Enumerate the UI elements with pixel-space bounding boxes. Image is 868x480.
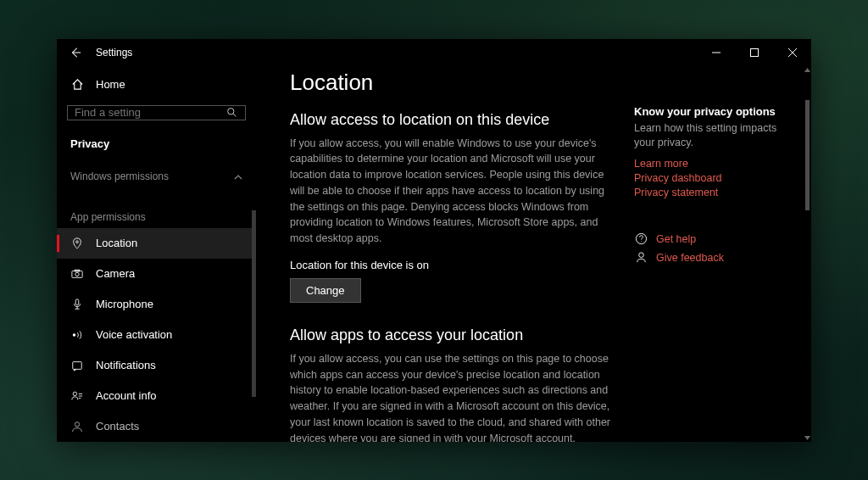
section-allow-apps-body: If you allow access, you can use the set… (290, 351, 617, 442)
settings-window: Settings Home (57, 39, 811, 442)
page-title: Location (290, 70, 617, 96)
account-icon (70, 389, 84, 403)
get-help-label: Get help (656, 233, 696, 245)
sidebar: Home Privacy Windows permissions App per… (57, 66, 256, 442)
svg-point-6 (76, 240, 79, 243)
svg-point-8 (75, 272, 79, 276)
search-input-container[interactable] (67, 105, 246, 120)
sidebar-item-label: Notifications (96, 359, 156, 371)
search-icon (225, 106, 238, 120)
group-label: Windows permissions (70, 170, 169, 182)
chevron-up-icon (234, 172, 242, 181)
voice-icon (70, 328, 84, 342)
change-button[interactable]: Change (290, 278, 361, 303)
svg-rect-1 (750, 48, 758, 56)
location-status: Location for this device is on (290, 259, 617, 271)
svg-rect-10 (75, 299, 79, 304)
window-title: Settings (96, 47, 132, 59)
scroll-up-arrow[interactable] (804, 66, 811, 74)
main-scrollbar[interactable] (804, 66, 811, 442)
section-allow-apps-title: Allow apps to access your location (290, 327, 617, 344)
home-icon (70, 78, 84, 92)
svg-point-13 (73, 392, 76, 395)
give-feedback-label: Give feedback (656, 252, 724, 264)
sidebar-item-label: Microphone (96, 298, 153, 310)
main-pane: Location Allow access to location on thi… (256, 66, 811, 442)
nav-home-label: Home (96, 78, 125, 91)
svg-line-5 (233, 114, 236, 116)
aside-panel: Know your privacy options Learn how this… (634, 66, 804, 442)
contacts-icon (70, 420, 84, 433)
aside-title: Know your privacy options (634, 105, 792, 118)
link-privacy-dashboard[interactable]: Privacy dashboard (634, 172, 792, 184)
group-windows-permissions[interactable]: Windows permissions (57, 157, 256, 187)
link-learn-more[interactable]: Learn more (634, 158, 792, 170)
sidebar-item-camera[interactable]: Camera (57, 259, 256, 289)
svg-point-4 (227, 109, 233, 114)
group-label: App permissions (70, 211, 146, 223)
section-allow-device-title: Allow access to location on this device (290, 111, 617, 129)
sidebar-item-location[interactable]: Location (57, 228, 256, 259)
sidebar-item-label: Account info (96, 389, 157, 402)
minimize-button[interactable] (697, 39, 735, 66)
back-button[interactable] (69, 46, 82, 59)
svg-point-16 (638, 253, 643, 258)
sidebar-item-microphone[interactable]: Microphone (57, 289, 256, 320)
sidebar-scrollbar[interactable] (252, 210, 256, 397)
main-scroll[interactable]: Location Allow access to location on thi… (256, 66, 634, 442)
sidebar-item-notifications[interactable]: Notifications (57, 350, 256, 381)
svg-rect-7 (72, 271, 82, 277)
feedback-icon (634, 251, 648, 265)
maximize-button[interactable] (735, 39, 773, 66)
nav-home[interactable]: Home (57, 70, 256, 100)
aside-desc: Learn how this setting impacts your priv… (634, 121, 792, 151)
search-input[interactable] (75, 106, 225, 119)
close-button[interactable] (773, 39, 811, 66)
titlebar: Settings (57, 39, 811, 66)
help-icon (634, 232, 648, 246)
svg-rect-12 (73, 361, 82, 369)
sidebar-item-contacts[interactable]: Contacts (57, 411, 256, 442)
notifications-icon (70, 359, 84, 372)
scroll-down-arrow[interactable] (804, 434, 811, 442)
link-privacy-statement[interactable]: Privacy statement (634, 187, 792, 198)
sidebar-item-label: Contacts (96, 420, 139, 433)
location-icon (70, 237, 84, 250)
sidebar-item-label: Voice activation (96, 328, 172, 341)
sidebar-item-label: Camera (96, 267, 135, 280)
group-app-permissions[interactable]: App permissions (57, 187, 256, 228)
category-header: Privacy (57, 131, 256, 157)
scroll-thumb[interactable] (805, 100, 810, 210)
svg-point-14 (75, 421, 79, 426)
sidebar-item-label: Location (96, 237, 137, 249)
svg-point-11 (73, 333, 76, 337)
get-help-link[interactable]: Get help (634, 232, 792, 246)
sidebar-item-voice-activation[interactable]: Voice activation (57, 320, 256, 350)
give-feedback-link[interactable]: Give feedback (634, 251, 792, 265)
section-allow-device-body: If you allow access, you will enable Win… (290, 136, 617, 247)
microphone-icon (70, 298, 84, 311)
camera-icon (70, 267, 84, 281)
sidebar-item-account-info[interactable]: Account info (57, 381, 256, 411)
